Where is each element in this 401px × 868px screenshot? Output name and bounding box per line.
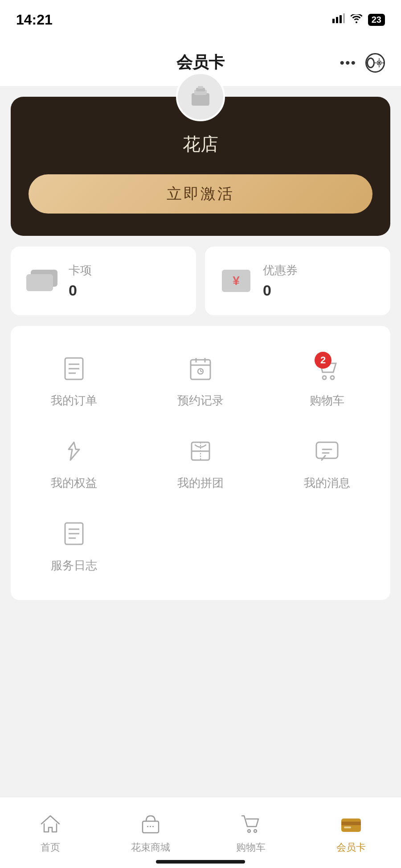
signal-icon xyxy=(332,13,345,26)
store-avatar xyxy=(176,72,225,121)
groupbuy-label: 我的拼团 xyxy=(177,475,224,491)
cart-label: 购物车 xyxy=(310,393,344,408)
svg-point-26 xyxy=(331,376,334,379)
groupbuy-icon xyxy=(184,435,217,467)
svg-rect-43 xyxy=(344,827,351,828)
menu-row-3: 服务日志 xyxy=(11,504,390,587)
svg-point-40 xyxy=(254,830,257,832)
wifi-icon xyxy=(350,14,363,25)
svg-rect-1 xyxy=(336,17,338,23)
nav-item-home[interactable]: 首页 xyxy=(0,802,100,854)
stat-value-items: 0 xyxy=(69,282,92,299)
messages-icon xyxy=(311,435,343,467)
bottom-nav: 首页 花束商城 购物车 会员卡 xyxy=(0,797,401,868)
shop-nav-label: 花束商城 xyxy=(131,841,170,854)
nav-item-membership[interactable]: 会员卡 xyxy=(301,802,401,854)
card-icon xyxy=(24,267,60,295)
membership-nav-icon xyxy=(339,811,364,836)
svg-rect-30 xyxy=(316,442,338,458)
coupon-icon xyxy=(218,267,254,295)
svg-point-5 xyxy=(378,62,380,63)
svg-rect-2 xyxy=(340,15,342,23)
status-icons: 23 xyxy=(332,13,385,26)
menu-item-messages[interactable]: 我的消息 xyxy=(264,431,390,495)
nav-item-cart[interactable]: 购物车 xyxy=(200,802,301,854)
menu-row-2: 我的权益 我的拼团 我的消息 xyxy=(11,422,390,504)
status-time: 14:21 xyxy=(16,12,53,28)
benefits-icon xyxy=(58,435,90,467)
menu-item-benefits[interactable]: 我的权益 xyxy=(11,431,137,495)
stat-info-items: 卡项 0 xyxy=(69,263,92,299)
stats-row: 卡项 0 优惠券 0 xyxy=(11,247,390,315)
shop-nav-icon xyxy=(138,811,163,836)
main-content: 花店 立即激活 卡项 0 优惠券 0 xyxy=(0,86,401,689)
menu-row-1: 我的订单 预约记录 2 购物车 xyxy=(11,339,390,422)
svg-rect-10 xyxy=(192,93,209,106)
cart-nav-label: 购物车 xyxy=(236,841,266,854)
menu-item-cart[interactable]: 2 购物车 xyxy=(264,348,390,413)
header-actions: ••• xyxy=(340,53,385,73)
store-name: 花店 xyxy=(183,132,218,156)
orders-label: 我的订单 xyxy=(51,393,97,408)
messages-label: 我的消息 xyxy=(304,475,350,491)
home-nav-label: 首页 xyxy=(41,841,60,854)
svg-point-25 xyxy=(323,376,326,379)
status-bar: 14:21 23 xyxy=(0,0,401,39)
menu-item-groupbuy[interactable]: 我的拼团 xyxy=(137,431,264,495)
appointments-label: 预约记录 xyxy=(177,393,224,408)
stat-card-items[interactable]: 卡项 0 xyxy=(11,247,196,315)
menu-item-orders[interactable]: 我的订单 xyxy=(11,348,137,413)
scan-button[interactable] xyxy=(365,53,385,73)
home-nav-icon xyxy=(38,811,63,836)
menu-grid: 我的订单 预约记录 2 购物车 xyxy=(11,326,390,600)
membership-nav-label: 会员卡 xyxy=(336,841,366,854)
stat-label-items: 卡项 xyxy=(69,263,92,278)
svg-point-39 xyxy=(248,830,250,832)
menu-item-appointments[interactable]: 预约记录 xyxy=(137,348,264,413)
page-title: 会员卡 xyxy=(176,52,225,74)
appointments-icon xyxy=(184,353,217,385)
nav-item-shop[interactable]: 花束商城 xyxy=(100,802,200,854)
cart-nav-icon xyxy=(238,811,263,836)
stat-info-coupons: 优惠券 0 xyxy=(263,263,298,299)
benefits-label: 我的权益 xyxy=(51,475,97,491)
activate-button[interactable]: 立即激活 xyxy=(29,174,372,214)
svg-rect-13 xyxy=(198,86,203,89)
orders-icon xyxy=(58,353,90,385)
cart-icon-wrap: 2 xyxy=(311,353,343,385)
cart-badge: 2 xyxy=(315,352,331,369)
svg-rect-42 xyxy=(341,822,361,825)
svg-rect-0 xyxy=(332,19,335,23)
svg-rect-3 xyxy=(343,13,345,23)
membership-card: 花店 立即激活 xyxy=(11,97,390,236)
menu-item-servicelog[interactable]: 服务日志 xyxy=(11,513,137,578)
servicelog-label: 服务日志 xyxy=(51,558,97,573)
battery-indicator: 23 xyxy=(368,14,385,26)
stat-value-coupons: 0 xyxy=(263,282,298,299)
servicelog-icon xyxy=(58,518,90,550)
stat-card-coupons[interactable]: 优惠券 0 xyxy=(205,247,390,315)
home-indicator xyxy=(156,860,245,864)
more-button[interactable]: ••• xyxy=(340,55,356,70)
stat-label-coupons: 优惠券 xyxy=(263,263,298,278)
